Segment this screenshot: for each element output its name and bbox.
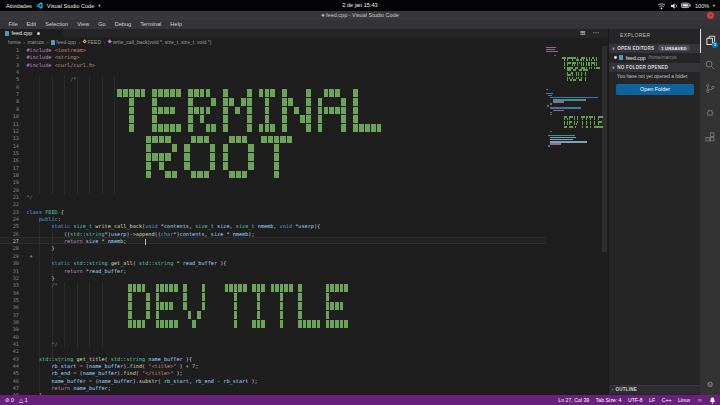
more-actions-icon[interactable]: ⋯ (593, 29, 600, 37)
art-block (330, 284, 334, 292)
status-tab[interactable]: Tab Size: 4 (596, 397, 622, 403)
activity-explorer-icon[interactable]: 1 (700, 29, 720, 53)
status-utf-8[interactable]: UTF-8 (628, 397, 643, 403)
art-block (280, 320, 284, 328)
status-ln[interactable]: Ln 27, Col 39 (558, 397, 589, 403)
menu-file[interactable]: File (4, 20, 22, 29)
art-block (165, 153, 170, 161)
art-block (234, 293, 238, 301)
art-block (576, 77, 577, 79)
open-editor-item-feed-cpp[interactable]: feed.cpp /home/marcos (614, 55, 677, 61)
status-c++[interactable]: C++ (662, 397, 672, 403)
art-block (326, 320, 330, 328)
art-block (234, 302, 238, 310)
menu-edit[interactable]: Edit (22, 20, 41, 29)
art-block (146, 302, 150, 310)
art-block (135, 89, 140, 97)
art-block (235, 107, 240, 115)
art-block (270, 124, 275, 132)
activity-source-control-icon[interactable] (700, 77, 720, 101)
code-line: rb_start = (name_buffer).find( "<title>"… (27, 363, 199, 370)
art-block (152, 124, 157, 132)
feedback-smiley-icon[interactable]: ☺ (697, 397, 703, 403)
screen: Atividades Visual Studio Code ▾ 2 de jan… (0, 0, 720, 405)
art-block (156, 284, 160, 292)
art-block (303, 320, 307, 328)
code-line: return *read_buffer; (27, 268, 127, 275)
art-block (234, 311, 238, 319)
window-close-button[interactable]: × (707, 12, 714, 19)
art-block (165, 171, 170, 179)
art-block (238, 284, 242, 292)
clock-button[interactable]: 2 de jan 15:43 (342, 0, 377, 11)
line-number: 30 (0, 260, 19, 267)
activities-button[interactable]: Atividades (6, 3, 32, 9)
split-editor-icon[interactable]: ⊞ (580, 29, 585, 37)
menu-debug[interactable]: Debug (110, 20, 135, 29)
problems-indicator[interactable]: ⊘0△1 (0, 397, 28, 403)
activity-extensions-icon[interactable] (700, 125, 720, 149)
minimap[interactable] (546, 46, 600, 346)
line-number: 42 (0, 348, 19, 355)
system-tray[interactable]: 100% ▾ (657, 0, 715, 11)
line-number: 16 (0, 157, 19, 164)
status-lf[interactable]: LF (649, 397, 655, 403)
art-block (335, 89, 340, 97)
modified-dot-icon[interactable] (37, 32, 40, 35)
minimap-line (547, 105, 549, 107)
breadcrumb-item-feed-cpp[interactable]: feed.cpp (51, 39, 76, 45)
menu-view[interactable]: View (73, 20, 94, 29)
line-number: 6 (0, 84, 19, 91)
art-block (306, 107, 311, 115)
art-block (257, 311, 261, 319)
art-block (587, 116, 588, 118)
breadcrumb-item-marcos[interactable]: marcos (27, 39, 44, 45)
section-open-editors[interactable]: ∨ OPEN EDITORS 1 UNSAVED (609, 44, 701, 53)
line-number: 35 (0, 297, 19, 304)
window-titlebar: ● feed.cpp - Visual Studio Code × (0, 11, 720, 20)
art-block (340, 320, 344, 328)
art-block (223, 162, 228, 170)
line-number: 19 (0, 179, 19, 186)
art-block (234, 320, 238, 328)
art-block (268, 136, 273, 144)
line-number: 22 (0, 201, 19, 208)
manage-gear-icon[interactable]: ⚙ (700, 380, 720, 389)
activity-debug-icon[interactable] (700, 101, 720, 125)
line-number: 32 (0, 275, 19, 282)
art-block (142, 284, 146, 292)
breadcrumb-item-home[interactable]: home (8, 39, 21, 45)
art-block (602, 126, 603, 128)
notifications-bell-icon[interactable] (709, 396, 716, 404)
art-block (128, 311, 132, 319)
section-no-folder-opened[interactable]: ∨ NO FOLDER OPENED (609, 63, 701, 72)
breadcrumb-item-write-call-back[interactable]: write_call_back(void *, size_t, size_t, … (108, 39, 212, 45)
art-block (298, 293, 302, 301)
art-block (202, 293, 206, 301)
section-outline[interactable]: › OUTLINE (609, 385, 701, 394)
code-line: name_buffer = (name_buffer).substr( rb_s… (27, 378, 258, 385)
menu-selection[interactable]: Selection (41, 20, 73, 29)
scrollbar-slider[interactable] (602, 46, 607, 252)
art-block (223, 124, 228, 132)
app-menu-button[interactable]: Visual Studio Code (47, 3, 94, 9)
outline-label: OUTLINE (616, 387, 638, 392)
menu-help[interactable]: Help (166, 20, 187, 29)
menu-terminal[interactable]: Terminal (136, 20, 166, 29)
art-block (571, 79, 572, 81)
menu-go[interactable]: Go (94, 20, 110, 29)
art-block (191, 136, 196, 144)
window-title: ● feed.cpp - Visual Studio Code (321, 11, 399, 20)
open-folder-button[interactable]: Open Folder (616, 84, 694, 95)
activity-search-icon[interactable] (700, 53, 720, 77)
no-folder-label: NO FOLDER OPENED (617, 65, 668, 70)
art-block (329, 107, 334, 115)
editor-scrollbar[interactable] (601, 46, 608, 395)
breadcrumb-item-feed[interactable]: FEED (83, 39, 101, 45)
art-block (146, 162, 151, 170)
status-linux[interactable]: Linux (678, 397, 690, 403)
tab-feed-cpp[interactable]: feed.cpp (0, 29, 63, 39)
art-block (234, 284, 238, 292)
line-number: 9 (0, 106, 19, 113)
editor-code-area[interactable]: 1#include <iostream>2#include <string>3#… (0, 46, 546, 395)
